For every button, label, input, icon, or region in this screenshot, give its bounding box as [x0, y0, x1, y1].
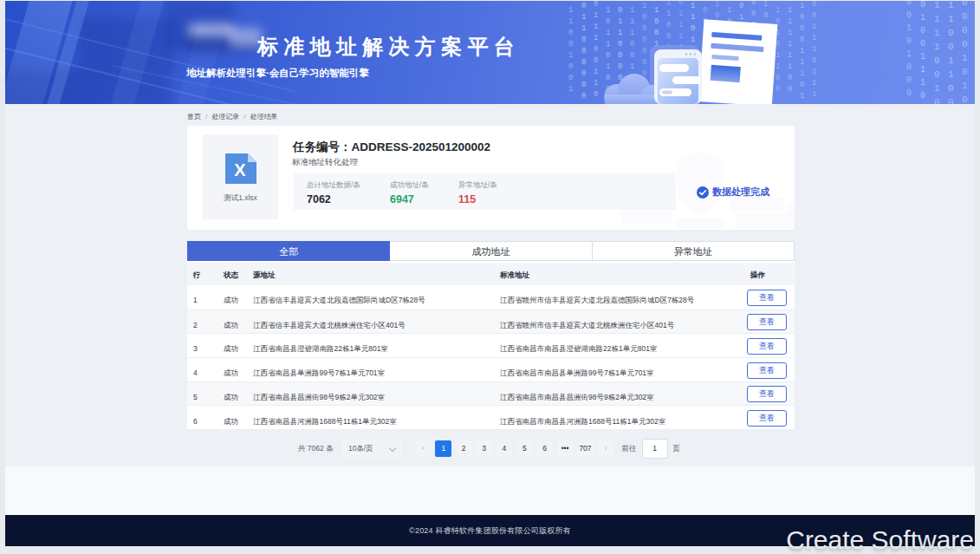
svg-text:X: X — [234, 160, 246, 179]
